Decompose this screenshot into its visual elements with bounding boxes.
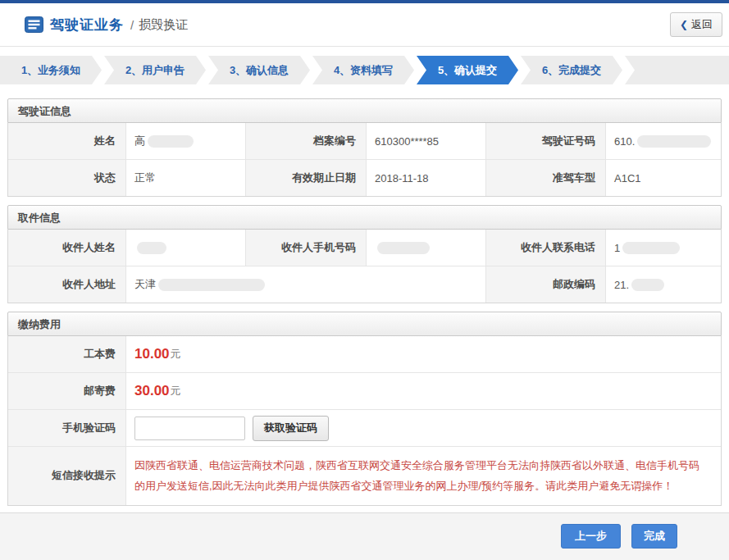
table-row: 姓名 高 档案编号 610300****85 驾驶证号码 610. xyxy=(8,123,721,159)
license-no-value: 610. xyxy=(605,123,721,159)
finish-button[interactable]: 完成 xyxy=(631,524,677,549)
work-fee-amount: 10.00 xyxy=(134,346,170,362)
chevron-left-icon: ❮ xyxy=(680,19,688,30)
post-fee-unit: 元 xyxy=(171,384,181,398)
file-no-label: 档案编号 xyxy=(245,123,366,159)
section-fees: 缴纳费用 工本费 10.00元 邮寄费 30.00元 手机验证码 获取验证码 xyxy=(7,312,722,506)
vehicle-type-label: 准驾车型 xyxy=(485,160,605,196)
page-header: 驾驶证业务 / 损毁换证 ❮ 返回 xyxy=(0,3,729,47)
breadcrumb-separator: / xyxy=(130,18,134,32)
recipient-phone-label: 收件人联系电话 xyxy=(485,230,605,266)
postcode-value-text: 21. xyxy=(614,279,629,291)
table-row: 状态 正常 有效期止日期 2018-11-18 准驾车型 A1C1 xyxy=(8,159,721,196)
status-label: 状态 xyxy=(8,160,125,196)
name-label: 姓名 xyxy=(8,123,125,159)
step-progress-bar: 1、业务须知 2、用户申告 3、确认信息 4、资料填写 5、确认提交 6、完成提… xyxy=(0,56,729,84)
section-title-pickup: 取件信息 xyxy=(7,205,722,230)
step-bar-tail xyxy=(625,56,729,84)
license-service-icon xyxy=(25,16,43,33)
post-fee-amount: 30.00 xyxy=(134,383,170,399)
step-1-business-notice: 1、业务须知 xyxy=(0,56,102,84)
prev-step-button[interactable]: 上一步 xyxy=(561,524,621,549)
sms-notice-label: 短信接收提示 xyxy=(8,447,125,505)
main-content: 驾驶证信息 姓名 高 档案编号 610300****85 驾驶证号码 610. … xyxy=(0,84,729,506)
recipient-phone-value-text: 1 xyxy=(614,242,620,254)
status-value: 正常 xyxy=(125,160,245,196)
step-2-user-declaration: 2、用户申告 xyxy=(104,56,206,84)
post-fee-label: 邮寄费 xyxy=(8,373,125,409)
recipient-name-value xyxy=(125,230,245,266)
step-label: 5、确认提交 xyxy=(438,64,497,76)
step-4-fill-data: 4、资料填写 xyxy=(312,56,414,84)
sms-notice-text: 因陕西省联通、电信运营商技术问题，陕西省互联网交通安全综合服务管理平台无法向持陕… xyxy=(134,447,721,505)
redaction-smudge xyxy=(148,135,194,148)
section-title-fees: 缴纳费用 xyxy=(7,312,722,336)
sms-notice-cell: 因陕西省联通、电信运营商技术问题，陕西省互联网交通安全综合服务管理平台无法向持陕… xyxy=(125,447,721,505)
step-label: 2、用户申告 xyxy=(125,64,185,76)
table-row: 短信接收提示 因陕西省联通、电信运营商技术问题，陕西省互联网交通安全综合服务管理… xyxy=(8,446,721,505)
post-fee-value: 30.00元 xyxy=(125,373,721,409)
section-title-license: 驾驶证信息 xyxy=(7,98,722,123)
address-value: 天津 xyxy=(125,266,485,303)
step-label: 6、完成提交 xyxy=(542,64,601,76)
file-no-value: 610300****85 xyxy=(366,123,485,159)
redaction-smudge xyxy=(622,242,680,254)
address-value-text: 天津 xyxy=(134,277,156,292)
table-row: 收件人姓名 收件人手机号码 收件人联系电话 1 xyxy=(8,230,721,266)
redaction-smudge xyxy=(137,242,166,254)
sms-code-input[interactable] xyxy=(134,417,245,440)
step-3-confirm-info: 3、确认信息 xyxy=(208,56,310,84)
get-sms-code-button[interactable]: 获取验证码 xyxy=(253,416,329,441)
name-value: 高 xyxy=(125,123,245,159)
redaction-smudge xyxy=(631,279,664,291)
back-button[interactable]: ❮ 返回 xyxy=(670,12,722,37)
step-label: 1、业务须知 xyxy=(21,64,80,76)
postcode-label: 邮政编码 xyxy=(485,266,605,303)
sms-code-label: 手机验证码 xyxy=(8,410,125,446)
step-6-complete-submit: 6、完成提交 xyxy=(521,56,622,84)
page-title: 驾驶证业务 xyxy=(50,16,124,34)
recipient-mobile-value xyxy=(366,230,485,266)
step-label: 3、确认信息 xyxy=(230,64,289,76)
table-row: 收件人地址 天津 邮政编码 21. xyxy=(8,266,721,303)
vehicle-type-value: A1C1 xyxy=(605,160,721,196)
work-fee-value: 10.00元 xyxy=(125,336,721,372)
table-row: 邮寄费 30.00元 xyxy=(8,372,721,409)
page: 驾驶证业务 / 损毁换证 ❮ 返回 1、业务须知 2、用户申告 3、确认信息 4… xyxy=(0,0,729,560)
sms-code-cell: 获取验证码 xyxy=(125,410,721,446)
recipient-phone-value: 1 xyxy=(605,230,721,266)
section-pickup-info: 取件信息 收件人姓名 收件人手机号码 收件人联系电话 1 收件人地址 天津 邮政… xyxy=(7,205,722,303)
step-5-confirm-submit-active: 5、确认提交 xyxy=(417,56,518,84)
address-label: 收件人地址 xyxy=(8,266,125,303)
back-button-label: 返回 xyxy=(691,17,713,32)
expiry-value: 2018-11-18 xyxy=(366,160,485,196)
recipient-mobile-label: 收件人手机号码 xyxy=(245,230,366,266)
work-fee-label: 工本费 xyxy=(8,336,125,372)
name-value-text: 高 xyxy=(134,134,145,148)
recipient-name-label: 收件人姓名 xyxy=(8,230,125,266)
redaction-smudge xyxy=(377,242,430,254)
license-info-table: 姓名 高 档案编号 610300****85 驾驶证号码 610. 状态 正常 … xyxy=(7,123,722,197)
license-no-label: 驾驶证号码 xyxy=(485,123,605,159)
redaction-smudge xyxy=(158,279,265,291)
expiry-label: 有效期止日期 xyxy=(245,160,366,196)
table-row: 手机验证码 获取验证码 xyxy=(8,409,721,446)
breadcrumb: 驾驶证业务 / 损毁换证 xyxy=(25,16,188,34)
step-label: 4、资料填写 xyxy=(334,64,393,76)
work-fee-unit: 元 xyxy=(171,347,181,362)
footer-action-bar: 上一步 完成 xyxy=(0,512,729,560)
postcode-value: 21. xyxy=(605,266,721,303)
fees-table: 工本费 10.00元 邮寄费 30.00元 手机验证码 获取验证码 短信接收提示 xyxy=(7,336,722,506)
pickup-info-table: 收件人姓名 收件人手机号码 收件人联系电话 1 收件人地址 天津 邮政编码 21… xyxy=(7,230,722,303)
section-license-info: 驾驶证信息 姓名 高 档案编号 610300****85 驾驶证号码 610. … xyxy=(7,98,722,197)
license-no-value-text: 610. xyxy=(614,135,635,148)
table-row: 工本费 10.00元 xyxy=(8,336,721,372)
breadcrumb-current: 损毁换证 xyxy=(139,17,188,33)
redaction-smudge xyxy=(637,135,711,148)
